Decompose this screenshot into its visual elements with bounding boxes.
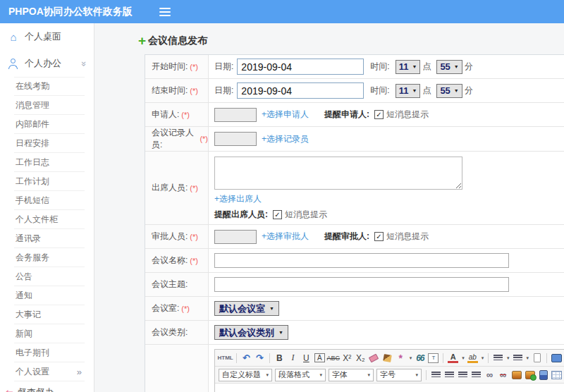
remind-applicant-label: 提醒申请人: (324, 109, 369, 121)
applicant-input[interactable] (214, 108, 257, 122)
start-minute-select[interactable]: 55▼ (436, 60, 462, 74)
sidebar-item-work-log[interactable]: 工作日志 (14, 153, 85, 172)
paragraph-format-select[interactable]: 段落格式▾ (275, 369, 326, 381)
sidebar-item-personal-settings[interactable]: 个人设置 » (14, 362, 85, 381)
attendees-textarea[interactable] (214, 157, 462, 190)
required-mark: (*) (190, 184, 198, 192)
app-title: PHPOA协同办公软件政务版 (8, 6, 133, 18)
end-hour-select[interactable]: 11▼ (396, 84, 421, 98)
meeting-subject-input[interactable] (214, 277, 509, 292)
unordered-list-button[interactable] (513, 353, 523, 364)
sidebar-item-personal-files[interactable]: 个人文件柜 (14, 210, 85, 229)
sidebar-item-supervision[interactable]: ⇆ 督查督办 » (0, 381, 94, 392)
sidebar-item-label: 个人桌面 (25, 30, 61, 43)
editor-toolbar-row2: 自定义标题▾ 段落格式▾ 字体▾ 字号▾ ∞ ∞ (215, 367, 564, 384)
redo-icon[interactable]: ↷ (255, 353, 265, 364)
strikethrough-button[interactable]: ABC (328, 353, 339, 364)
field-label: 会议记录人员: (152, 127, 197, 151)
sidebar-item-sms[interactable]: 手机短信 (14, 191, 85, 210)
approver-sms-checkbox[interactable]: ✓ (374, 232, 384, 241)
insert-link-button[interactable]: ∞ (484, 369, 495, 381)
sidebar-item-message-management[interactable]: 消息管理 (14, 96, 85, 115)
form-row-attendees: 出席人员:(*) +选择出席人 提醒出席人员: ✓ 短消息提示 (145, 152, 564, 225)
field-label: 出席人员: (152, 182, 188, 194)
meeting-room-select[interactable]: 默认会议室▼ (214, 301, 279, 316)
font-size-select[interactable]: 字号▾ (376, 369, 422, 381)
select-recorder-link[interactable]: +选择记录员 (262, 133, 309, 145)
ordered-list-button[interactable] (493, 353, 503, 364)
minute-unit-label: 分 (465, 85, 473, 97)
sidebar-item-conference-services[interactable]: 会务服务 (14, 248, 85, 267)
font-family-select[interactable]: 字体▾ (329, 369, 374, 381)
sidebar-item-schedule[interactable]: 日程安排 (14, 134, 85, 153)
align-right-button[interactable] (458, 369, 468, 381)
html-source-button[interactable]: HTML (219, 353, 232, 364)
sidebar-item-e-journal[interactable]: 电子期刊 (14, 343, 85, 362)
font-color-button[interactable]: A (448, 353, 458, 363)
sidebar-item-internal-mail[interactable]: 内部邮件 (14, 115, 85, 134)
new-page-icon[interactable] (532, 353, 542, 364)
select-applicant-link[interactable]: +选择申请人 (262, 109, 309, 121)
sidebar-item-work-plan[interactable]: 工作计划 (14, 172, 85, 191)
form-row-meeting-subject: 会议主题: (145, 273, 564, 297)
top-header: PHPOA协同办公软件政务版 (0, 0, 564, 23)
eraser-icon[interactable] (369, 353, 379, 364)
select-approver-link[interactable]: +选择审批人 (262, 231, 309, 243)
rich-text-editor: HTML ↶ ↷ B I U A ABC X² (214, 349, 564, 392)
approver-input[interactable] (214, 230, 257, 244)
start-date-input[interactable] (237, 59, 364, 75)
align-left-button[interactable] (431, 369, 441, 381)
align-justify-button[interactable] (471, 369, 482, 381)
form-row-meeting-name: 会议名称:(*) (145, 249, 564, 273)
editor-content-area[interactable] (215, 384, 564, 392)
paste-icon[interactable]: T (428, 353, 439, 363)
sidebar-item-announcement[interactable]: 公告 (14, 267, 85, 286)
format-brush-icon[interactable] (382, 353, 393, 364)
caret-down-icon: ▼ (454, 64, 459, 69)
sidebar-item-news[interactable]: 新闻 (14, 324, 85, 343)
fullscreen-icon[interactable] (551, 353, 562, 364)
sidebar-item-contacts[interactable]: 通讯录 (14, 229, 85, 248)
applicant-sms-checkbox[interactable]: ✓ (374, 110, 384, 119)
remove-link-button[interactable]: ∞ (498, 369, 508, 381)
time-label: 时间: (370, 85, 389, 97)
required-mark: (*) (190, 233, 198, 241)
sidebar-item-major-events[interactable]: 大事记 (14, 305, 85, 324)
hour-unit-label: 点 (422, 61, 431, 73)
sidebar-item-personal-desktop[interactable]: ⌂ 个人桌面 (0, 23, 94, 50)
field-label: 结束时间: (152, 85, 188, 97)
hamburger-menu-icon[interactable] (159, 6, 171, 18)
start-hour-select[interactable]: 11▼ (396, 60, 421, 74)
upload-image-button[interactable] (525, 369, 535, 381)
blockquote-button[interactable]: 66 (415, 353, 425, 364)
chevron-right-icon: » (74, 388, 82, 392)
underline-button[interactable]: U (301, 353, 312, 364)
bold-button[interactable]: B (274, 353, 285, 364)
insert-image-button[interactable] (511, 369, 522, 381)
text-border-button[interactable]: A (314, 353, 325, 362)
recorder-input[interactable] (214, 132, 257, 146)
remind-approver-label: 提醒审批人: (324, 231, 369, 243)
subscript-button[interactable]: X₂ (355, 353, 366, 364)
form-row-start-time: 开始时间:(*) 日期: 时间: 11▼ 点 55▼ 分 (145, 55, 564, 79)
insert-media-button[interactable] (538, 369, 548, 381)
superscript-button[interactable]: X² (342, 353, 352, 364)
undo-icon[interactable]: ↶ (241, 353, 252, 364)
align-center-button[interactable] (444, 369, 455, 381)
meeting-name-input[interactable] (214, 253, 509, 268)
end-minute-select[interactable]: 55▼ (436, 84, 462, 98)
sidebar-item-personal-office[interactable]: 个人办公 » (0, 50, 94, 77)
meeting-category-select[interactable]: 默认会议类别▼ (214, 325, 288, 340)
highlight-color-button[interactable]: ab (467, 353, 478, 363)
autoformat-wand-icon[interactable]: * (396, 353, 406, 364)
custom-heading-select[interactable]: 自定义标题▾ (219, 369, 272, 381)
sidebar-item-notice[interactable]: 通知 (14, 286, 85, 305)
attendees-sms-checkbox[interactable]: ✓ (273, 210, 282, 219)
insert-table-button[interactable] (551, 369, 562, 381)
time-label: 时间: (370, 61, 389, 73)
end-date-input[interactable] (237, 82, 364, 99)
italic-button[interactable]: I (288, 353, 298, 364)
field-label: 会议室: (152, 302, 179, 314)
sidebar-item-online-attendance[interactable]: 在线考勤 (14, 77, 85, 96)
select-attendees-link[interactable]: +选择出席人 (214, 193, 262, 205)
